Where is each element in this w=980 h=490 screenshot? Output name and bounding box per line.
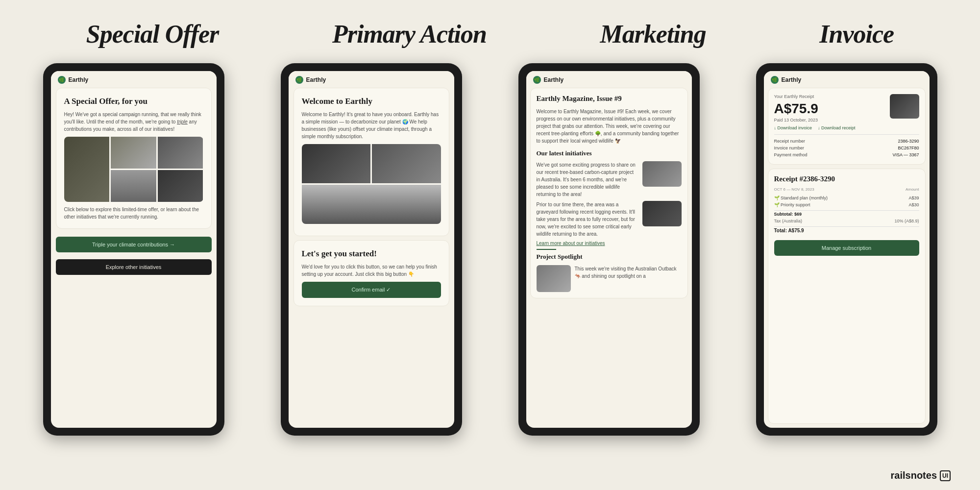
item1-row: 🌱 Standard plan (monthly) A$39 <box>774 195 919 201</box>
phones-container: 🌿 Earthly A Special Offer, for you Hey! … <box>0 63 980 436</box>
screen-content-1: A Special Offer, for you Hey! We've got … <box>51 88 217 428</box>
screen-special-offer: 🌿 Earthly A Special Offer, for you Hey! … <box>51 71 217 428</box>
earthly-logo-1: 🌿 <box>58 76 66 84</box>
title-invoice: Invoice <box>819 20 894 49</box>
footer-text: railsnotes <box>891 470 937 481</box>
offer-img-5 <box>158 170 203 202</box>
app-name-1: Earthly <box>69 76 89 83</box>
app-name-3: Earthly <box>544 76 564 83</box>
title-primary-action: Primary Action <box>332 20 487 49</box>
earthly-logo-4: 🌿 <box>771 76 779 84</box>
offer-img-3 <box>158 137 203 169</box>
confirm-email-button[interactable]: Confirm email ✓ <box>302 282 441 298</box>
payment-method-label: Payment method <box>774 152 808 157</box>
pa-img-3 <box>302 185 441 224</box>
section-titles-row: Special Offer Primary Action Marketing I… <box>0 0 980 63</box>
magazine-title: Earthly Magazine, Issue #9 <box>537 94 682 104</box>
pa-image-grid <box>302 144 441 224</box>
receipt-thumbnail <box>890 94 919 119</box>
tax-label: Tax (Australia) <box>774 219 803 223</box>
receipt-label: Your Earthly Receipt <box>774 94 818 99</box>
initiatives-text2: Prior to our time there, the area was a … <box>537 201 638 238</box>
receipt-amount: A$75.9 <box>774 101 818 117</box>
payment-method-row: Payment method VISA — 3367 <box>774 151 919 158</box>
title-special-offer: Special Offer <box>86 20 219 49</box>
subtotal-label: Subtotal: $69 <box>774 212 802 217</box>
welcome-body: Welcome to Earthly! It's great to have y… <box>302 111 441 140</box>
offer-body2: Click below to explore this limited-time… <box>64 206 203 220</box>
title-marketing: Marketing <box>600 20 706 49</box>
footer-icon: UI <box>940 470 951 481</box>
spotlight-img <box>537 265 571 292</box>
screen-content-3: Earthly Magazine, Issue #9 Welcome to Ea… <box>526 88 692 428</box>
total-label: Total: A$75.9 <box>774 228 804 233</box>
total-row: Total: A$75.9 <box>774 226 919 234</box>
get-started-body: We'd love for you to click this button, … <box>302 263 441 278</box>
welcome-title: Welcome to Earthly <box>302 96 441 107</box>
item2-label: 🌱 Priority support <box>774 202 810 207</box>
download-links-row: ↓ Download invoice ↓ Download receipt <box>774 125 919 130</box>
receipt-paid-date: Paid 13 October, 2023 <box>774 118 818 122</box>
pa-img-2 <box>372 144 441 183</box>
screen-primary-action: 🌿 Earthly Welcome to Earthly Welcome to … <box>289 71 454 428</box>
offer-img-4 <box>111 170 156 202</box>
receipt-meta-table: Receipt number 2386-3290 Invoice number … <box>774 134 919 158</box>
app-bar-3: 🌿 Earthly <box>526 71 692 88</box>
receipt-summary-card: Your Earthly Receipt A$75.9 Paid 13 Octo… <box>768 88 926 165</box>
app-name-2: Earthly <box>306 76 326 83</box>
receipt-number-row: Receipt number 2386-3290 <box>774 138 919 145</box>
app-bar-4: 🌿 Earthly <box>764 71 930 88</box>
spotlight-section: This week we're visiting the Australian … <box>537 265 682 292</box>
initiatives-img-col <box>642 161 682 198</box>
divider <box>537 249 556 250</box>
earthly-logo-2: 🌿 <box>295 76 303 84</box>
download-receipt-link[interactable]: ↓ Download receipt <box>818 125 856 130</box>
magazine-intro: Welcome to Earthly Magazine, Issue #9! E… <box>537 108 682 145</box>
receipt-number-label: Receipt number <box>774 139 806 144</box>
page-footer: railsnotes UI <box>891 470 951 481</box>
magazine-card: Earthly Magazine, Issue #9 Welcome to Ea… <box>530 88 688 298</box>
offer-image-grid <box>64 137 203 202</box>
app-bar-2: 🌿 Earthly <box>289 71 454 88</box>
initiatives-section2: Prior to our time there, the area was a … <box>537 201 682 238</box>
full-receipt-card: Receipt #2386-3290 OCT 6 — NOV 8, 2023 A… <box>768 169 926 424</box>
invoice-number-label: Invoice number <box>774 146 805 150</box>
manage-subscription-button[interactable]: Manage subscription <box>774 240 919 256</box>
offer-img-2 <box>111 137 156 169</box>
screen-content-4: Your Earthly Receipt A$75.9 Paid 13 Octo… <box>764 88 930 428</box>
offer-img-1 <box>64 137 110 202</box>
offer-card: A Special Offer, for you Hey! We've got … <box>56 88 212 229</box>
learn-more-link[interactable]: Learn more about our initiatives <box>537 241 682 246</box>
triple-contributions-button[interactable]: Triple your climate contributions → <box>56 237 212 252</box>
phone-primary-action: 🌿 Earthly Welcome to Earthly Welcome to … <box>281 63 462 436</box>
item2-row: 🌱 Priority support A$30 <box>774 201 919 208</box>
initiatives-img-col2 <box>642 201 682 238</box>
initiatives-heading: Our latest initiatives <box>537 149 682 158</box>
item2-val: A$30 <box>908 202 919 207</box>
receipt-header-row: Your Earthly Receipt A$75.9 Paid 13 Octo… <box>774 94 919 122</box>
screen-marketing: 🌿 Earthly Earthly Magazine, Issue #9 Wel… <box>526 71 692 428</box>
get-started-title: Let's get you started! <box>302 248 441 259</box>
spotlight-heading: Project Spotlight <box>537 253 682 261</box>
tax-row: Tax (Australia) 10% (A$8.9) <box>774 218 919 224</box>
screen-content-2: Welcome to Earthly Welcome to Earthly! I… <box>289 88 454 428</box>
marketing-img-2 <box>642 201 682 226</box>
download-invoice-link[interactable]: ↓ Download invoice <box>774 125 812 130</box>
phone-special-offer: 🌿 Earthly A Special Offer, for you Hey! … <box>43 63 224 436</box>
initiatives-text-col: We've got some exciting progress to shar… <box>537 161 638 198</box>
phone-marketing: 🌿 Earthly Earthly Magazine, Issue #9 Wel… <box>518 63 700 436</box>
screen-invoice: 🌿 Earthly Your Earthly Receipt A$75.9 Pa… <box>764 71 930 428</box>
spotlight-text: This week we're visiting the Australian … <box>575 265 682 292</box>
subtotal-row: Subtotal: $69 <box>774 210 919 218</box>
app-bar-1: 🌿 Earthly <box>51 71 217 88</box>
welcome-card: Welcome to Earthly Welcome to Earthly! I… <box>294 88 449 236</box>
offer-body: Hey! We've got a special campaign runnin… <box>64 111 203 133</box>
invoice-number-row: Invoice number BC267F80 <box>774 145 919 151</box>
explore-initiatives-button[interactable]: Explore other initiatives <box>56 259 212 275</box>
receipt-date-range: OCT 6 — NOV 8, 2023 Amount <box>774 187 919 192</box>
payment-method-val: VISA — 3367 <box>892 152 919 157</box>
item1-label: 🌱 Standard plan (monthly) <box>774 196 828 200</box>
marketing-img-1 <box>642 161 682 187</box>
app-name-4: Earthly <box>782 76 802 83</box>
phone-invoice: 🌿 Earthly Your Earthly Receipt A$75.9 Pa… <box>756 63 937 436</box>
